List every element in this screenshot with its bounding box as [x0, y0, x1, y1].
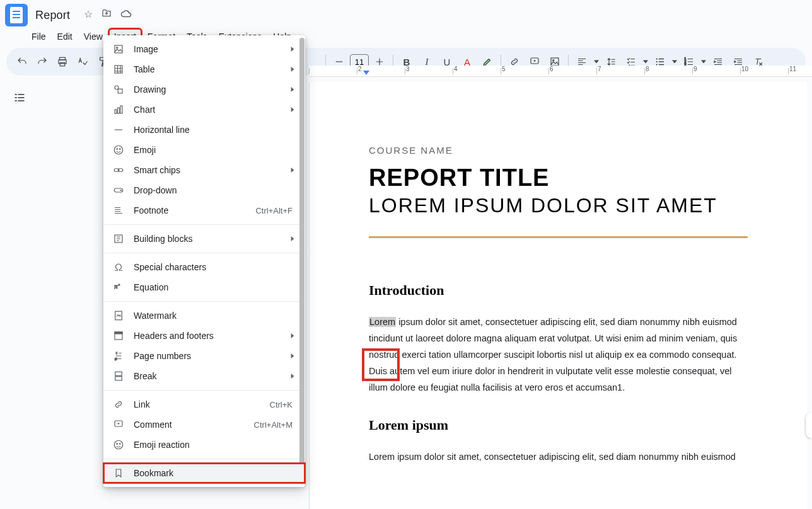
insert-horizontal-line[interactable]: Horizontal line — [103, 120, 305, 140]
menu-item-label: Page numbers — [134, 351, 290, 361]
cloud-status-icon[interactable] — [120, 8, 132, 22]
table-icon — [112, 63, 125, 76]
ruler-tick: 10 — [740, 66, 788, 76]
svg-rect-20 — [115, 110, 117, 113]
drawing-icon — [112, 83, 125, 96]
annotation-box-selection — [362, 348, 400, 381]
undo-button[interactable] — [13, 52, 32, 71]
insert-comment[interactable]: CommentCtrl+Alt+M — [103, 415, 305, 435]
svg-rect-45 — [18, 97, 25, 98]
paragraph-rest: ipsum dolor sit amet, consectetuer adipi… — [369, 317, 737, 392]
emoji-icon — [112, 144, 125, 156]
svg-rect-21 — [118, 108, 120, 113]
redo-button[interactable] — [33, 52, 52, 71]
svg-point-23 — [114, 146, 123, 154]
break-icon — [112, 370, 125, 382]
submenu-arrow-icon — [290, 44, 296, 54]
menu-shortcut: Ctrl+Alt+M — [254, 420, 293, 430]
star-icon[interactable]: ☆ — [84, 8, 93, 22]
body-paragraph-1: Lorem ipsum dolor sit amet, consectetuer… — [369, 314, 748, 396]
insert-break[interactable]: Break — [103, 366, 305, 386]
svg-rect-47 — [18, 100, 25, 101]
insert-link[interactable]: LinkCtrl+K — [103, 394, 305, 415]
menu-item-label: Watermark — [134, 311, 296, 321]
insert-building-blocks[interactable]: Building blocks — [103, 229, 305, 249]
menu-separator — [103, 301, 305, 302]
equation-icon: π² — [112, 281, 125, 294]
chart-icon — [112, 103, 125, 116]
menu-separator — [103, 224, 305, 225]
svg-point-41 — [120, 443, 121, 445]
checklist-dropdown-icon[interactable] — [642, 59, 649, 64]
insert-page-numbers[interactable]: #Page numbers — [103, 346, 305, 366]
first-line-indent-marker[interactable] — [363, 71, 369, 75]
menu-item-label: Table — [134, 64, 290, 74]
print-button[interactable] — [53, 52, 72, 71]
document-page[interactable]: COURSE NAME REPORT TITLE LOREM IPSUM DOL… — [309, 82, 807, 509]
svg-point-5 — [553, 60, 554, 61]
numbered-dropdown-icon[interactable] — [700, 59, 707, 64]
docs-logo[interactable] — [5, 4, 28, 26]
ruler-tick: 3 — [405, 66, 453, 76]
document-title[interactable]: Report — [35, 9, 70, 22]
insert-drop-down[interactable]: Drop-down — [103, 180, 305, 200]
insert-special-characters[interactable]: Special characters — [103, 257, 305, 277]
menu-file[interactable]: File — [26, 29, 51, 44]
emojireact-icon — [112, 438, 125, 451]
comment-icon — [112, 418, 125, 431]
insert-headers-and-footers[interactable]: Headers and footers — [103, 326, 305, 346]
menu-item-label: Building blocks — [134, 234, 290, 244]
title-bar: Report ☆ — [0, 0, 812, 28]
insert-emoji[interactable]: Emoji — [103, 140, 305, 160]
menu-item-label: Drop-down — [134, 185, 296, 195]
move-icon[interactable] — [102, 8, 112, 22]
insert-drawing[interactable]: Drawing — [103, 79, 305, 100]
insert-chart[interactable]: Chart — [103, 100, 305, 120]
divider-line — [369, 236, 748, 238]
bookmark-icon — [112, 467, 125, 479]
svg-rect-17 — [115, 66, 122, 73]
menu-item-label: Comment — [134, 420, 254, 430]
omega-icon — [112, 261, 125, 273]
dropdown-icon — [112, 184, 125, 197]
insert-emoji-reaction[interactable]: Emoji reaction — [103, 435, 305, 455]
menu-item-label: Headers and footers — [134, 331, 290, 341]
align-dropdown-icon[interactable] — [593, 59, 600, 64]
insert-footnote[interactable]: FootnoteCtrl+Alt+F — [103, 200, 305, 220]
insert-table[interactable]: Table — [103, 59, 305, 79]
insert-equation[interactable]: π²Equation — [103, 277, 305, 297]
menu-separator — [103, 253, 305, 253]
insert-image[interactable]: Image — [103, 39, 305, 59]
section-heading-2: Lorem ipsum — [369, 417, 748, 433]
headers-icon — [112, 329, 125, 342]
insert-watermark[interactable]: Watermark — [103, 306, 305, 326]
bulleted-dropdown-icon[interactable] — [671, 59, 678, 64]
submenu-arrow-icon — [290, 371, 296, 381]
report-title-text: REPORT TITLE — [369, 164, 748, 192]
ruler-tick: 6 — [548, 66, 596, 76]
svg-rect-19 — [118, 89, 122, 93]
svg-text:²: ² — [119, 283, 120, 287]
menu-item-label: Image — [134, 44, 290, 54]
hline-icon — [112, 123, 125, 136]
horizontal-ruler[interactable]: 23456789101112131415161718 — [309, 66, 812, 77]
svg-rect-44 — [15, 97, 17, 98]
left-sidebar — [0, 78, 39, 107]
submenu-arrow-icon — [290, 351, 296, 361]
watermark-icon — [112, 309, 125, 322]
menu-edit[interactable]: Edit — [52, 29, 78, 44]
ruler-tick: 8 — [644, 66, 692, 76]
insert-bookmark[interactable]: Bookmark — [103, 463, 305, 483]
menu-item-label: Chart — [134, 105, 290, 115]
svg-rect-2 — [60, 63, 65, 66]
chips-icon — [112, 164, 125, 176]
svg-point-25 — [120, 149, 121, 150]
spellcheck-button[interactable] — [73, 52, 92, 71]
explore-tab[interactable] — [806, 412, 812, 438]
menu-shortcut: Ctrl+K — [270, 400, 293, 409]
body-paragraph-2: Lorem ipsum dolor sit amet, consectetuer… — [369, 449, 748, 465]
insert-smart-chips[interactable]: Smart chips — [103, 160, 305, 180]
svg-point-7 — [656, 61, 658, 62]
document-outline-button[interactable] — [10, 88, 29, 107]
svg-rect-15 — [115, 45, 122, 53]
